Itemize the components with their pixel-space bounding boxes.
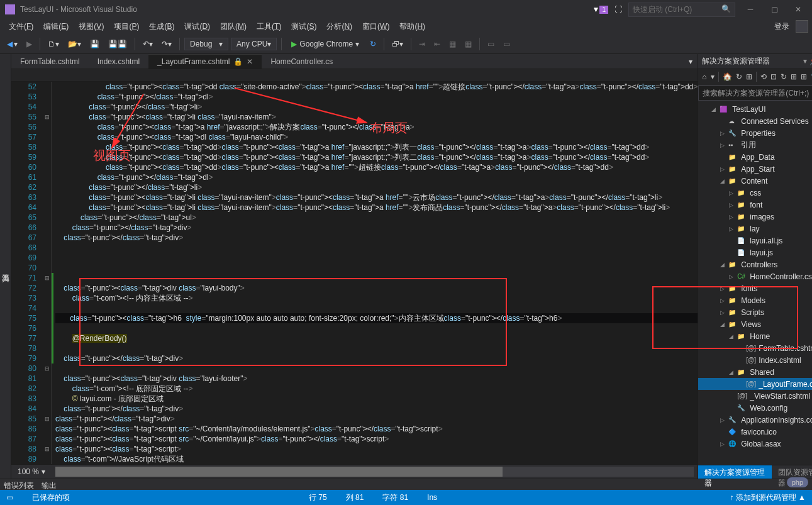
expand-icon[interactable]: ◢ [709,106,717,113]
new-project-button[interactable]: 🗋▾ [45,38,62,50]
tree-node[interactable]: 🔷favicon.ico [698,426,812,438]
expand-icon[interactable]: ▷ [718,130,726,136]
tree-node[interactable]: ▷📁App_Start [698,163,812,175]
tree-node[interactable]: ▷🌐Global.asax [698,438,812,450]
menu-item[interactable]: 生成(B) [144,20,179,33]
browser-refresh-button[interactable]: ↻ [367,38,379,50]
undo-button[interactable]: ↶▾ [140,38,156,50]
tree-node[interactable]: ▷📁Models [698,294,812,306]
sb-source-control[interactable]: ↑ 添加到源代码管理 ▲ [730,492,806,503]
tree-node[interactable]: ▷C#HomeController.cs [698,270,812,282]
document-tab[interactable]: HomeController.cs [262,55,342,69]
code-editor[interactable]: 5253545556575859606162636465666768697071… [11,82,698,464]
tree-node[interactable]: ◢🟪TestLayUI [698,103,812,115]
menu-item[interactable]: 项目(P) [109,20,144,33]
menu-item[interactable]: 文件(F) [4,20,38,33]
panel-menu-icon[interactable]: ▾ [803,57,807,65]
tree-node[interactable]: [@]FormTable.cshtml [698,342,812,354]
menu-item[interactable]: 分析(N) [321,20,357,33]
expand-icon[interactable]: ◢ [727,369,735,375]
tb-icon[interactable]: ⊞ [746,72,752,81]
expand-icon[interactable]: ▷ [718,417,726,423]
menu-item[interactable]: 视图(V) [74,20,109,33]
tb-icon[interactable]: ⊞ [801,72,807,81]
expand-icon[interactable]: ▷ [718,441,726,447]
tb-btn-5[interactable]: ▦ [462,38,475,50]
zoom-combo[interactable]: 100 %▾ [11,465,52,479]
tree-node[interactable]: ◢📁Views [698,318,812,330]
tree-node[interactable]: ▷🔧ApplicationInsights.config [698,414,812,426]
tree-node[interactable]: ◢📁Controllers [698,258,812,270]
save-all-button[interactable]: 💾💾 [105,38,130,50]
home-icon[interactable]: ⌂ [702,72,706,81]
minimize-button[interactable]: ─ [742,5,759,14]
expand-icon[interactable]: ▷ [727,274,735,280]
document-tab[interactable]: Index.cshtml [89,55,148,69]
tb-icon[interactable]: 🏠 [723,72,732,81]
feedback-icon[interactable]: ⛶ [615,5,622,14]
quick-launch-input[interactable]: 快速启动 (Ctrl+Q)🔍 [628,3,735,17]
tb-icon[interactable]: ⊡ [770,72,777,81]
expand-icon[interactable]: ◢ [718,321,726,328]
notification-flag-icon[interactable]: ▼1 [592,5,608,14]
tree-node[interactable]: ◢📁Home [698,330,812,342]
tb-icon[interactable]: ⊞ [791,72,797,81]
menu-item[interactable]: 编辑(E) [38,20,74,33]
tree-node[interactable]: ▷📁images [698,211,812,223]
expand-icon[interactable]: ▷ [718,286,726,292]
tb-btn-3[interactable]: ⇤ [431,38,443,50]
tb-icon[interactable]: ↻ [736,72,742,81]
expand-icon[interactable]: ◢ [718,178,726,184]
config-combo[interactable]: Debug▾ [184,38,228,50]
solution-search-input[interactable]: 搜索解决方案资源管理器(Ctrl+;)🔍▾ [698,86,812,101]
platform-combo[interactable]: Any CPU▾ [231,38,277,50]
tree-node[interactable]: ◢📁Shared [698,366,812,378]
nav-fwd-button[interactable]: ▶ [23,38,35,50]
pin-icon[interactable]: 📌 [809,57,812,65]
solution-tree[interactable]: ◢🟪TestLayUI☁Connected Services▷🔧Properti… [698,101,812,465]
menu-item[interactable]: 窗口(W) [357,20,394,33]
tree-node[interactable]: ▷📁font [698,199,812,211]
tree-node[interactable]: [@]_ViewStart.cshtml [698,390,812,402]
tree-node[interactable]: ▷▪▪引用 [698,139,812,151]
expand-icon[interactable]: ◢ [718,262,726,268]
expand-icon[interactable]: ▷ [727,202,735,208]
tree-node[interactable]: ▷📁fonts [698,282,812,294]
tb-icon[interactable]: ↻ [781,72,787,81]
expand-icon[interactable]: ▷ [718,309,726,316]
tree-node[interactable]: 📁App_Data [698,151,812,163]
h-scrollbar[interactable] [55,467,694,477]
panel-title-bar[interactable]: 解决方案资源管理器 ▾📌✕ [698,54,812,68]
expand-icon[interactable]: ◢ [727,333,735,340]
expand-icon[interactable]: ▷ [718,142,726,148]
document-tab[interactable]: FormTable.cshtml [11,55,89,69]
maximize-button[interactable]: ▢ [765,5,783,14]
expand-icon[interactable]: ▷ [727,214,735,220]
avatar-icon[interactable] [796,20,808,33]
menu-item[interactable]: 团队(M) [215,20,252,33]
tab-team-explorer[interactable]: 团队资源管理器 [772,465,812,479]
tree-node[interactable]: ◢📁Content [698,175,812,187]
tree-node[interactable]: 📄layui.all.js [698,235,812,247]
document-tab[interactable]: _LayoutFrame.cshtml🔒✕ [148,54,262,69]
tabs-overflow-button[interactable]: ▾ [684,55,698,69]
save-button[interactable]: 💾 [87,38,103,50]
redo-button[interactable]: ↷▾ [159,38,175,50]
tb-btn-4[interactable]: ▦ [446,38,459,50]
start-debug-button[interactable]: ▶Google Chrome▾ [286,38,364,50]
expand-icon[interactable]: ▷ [727,226,735,232]
menu-item[interactable]: 测试(S) [286,20,321,33]
tb-btn-1[interactable]: 🗗▾ [389,38,406,50]
tree-node[interactable]: ▷📁lay [698,223,812,235]
toolbox-tab[interactable]: 工具箱 [0,54,11,479]
expand-icon[interactable]: ▷ [718,166,726,172]
nav-back-button[interactable]: ◀▾ [4,38,21,50]
menu-item[interactable]: 帮助(H) [394,20,430,33]
tb-btn-6[interactable]: ▭ [484,38,498,50]
expand-icon[interactable]: ▷ [727,190,735,196]
tree-node[interactable]: 🔧Web.config [698,402,812,414]
tree-node[interactable]: ▷🔧Properties [698,127,812,139]
tree-node[interactable]: [@]Index.cshtml [698,354,812,366]
tree-node[interactable]: 📄layui.js [698,247,812,258]
tree-node[interactable]: ▷📁Scripts [698,306,812,318]
